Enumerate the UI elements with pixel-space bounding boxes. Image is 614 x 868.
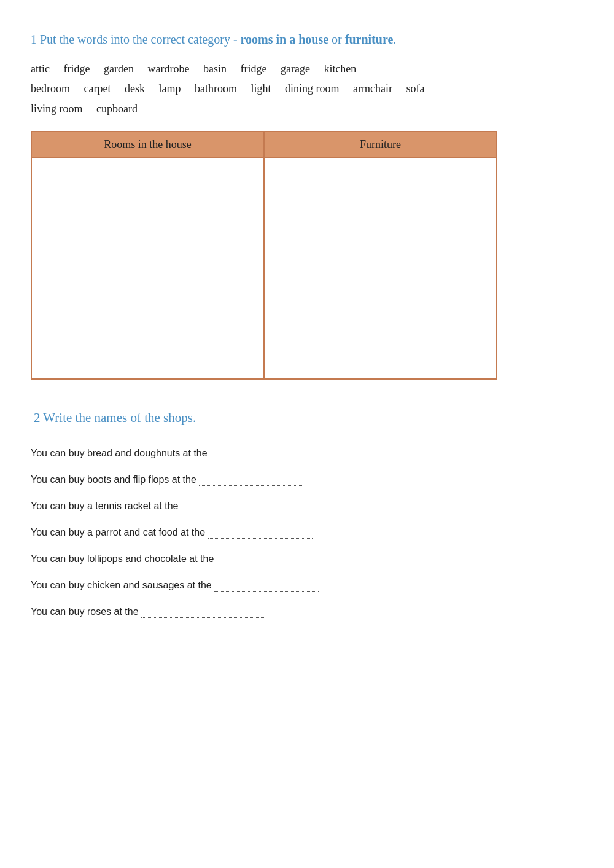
list-item: You can buy a parrot and cat food at the [31,523,583,540]
list-item: You can buy boots and flip flops at the [31,471,583,487]
title-end: . [393,33,396,46]
answer-line-3[interactable] [181,497,267,512]
word-bathroom: bathroom [195,82,237,95]
sentence-4: You can buy a parrot and cat food at the [31,527,205,538]
col-rooms-header: Rooms in the house [31,131,264,158]
word-wardrobe: wardrobe [147,63,189,75]
word-bank: attic fridge garden wardrobe basin fridg… [31,59,583,119]
word-carpet: carpet [84,82,111,95]
col-furniture-header: Furniture [264,131,497,158]
word-fridge2: fridge [240,63,266,75]
sentence-3: You can buy a tennis racket at the [31,501,178,511]
word-sofa: sofa [406,82,424,95]
title-bold2: furniture [345,33,394,46]
word-fridge1: fridge [63,63,90,75]
section-2: 2 Write the names of the shops. You can … [31,410,583,619]
table-row [31,158,497,379]
word-garden: garden [104,63,134,75]
word-light: light [251,82,271,95]
word-lamp: lamp [158,82,181,95]
rooms-cell[interactable] [31,158,264,379]
sentence-2: You can buy boots and flip flops at the [31,474,196,485]
sentence-5: You can buy lollipops and chocolate at t… [31,553,214,564]
answer-line-1[interactable] [210,444,314,459]
word-cupboard: cupboard [96,103,138,115]
word-bedroom: bedroom [31,82,70,95]
sentence-6: You can buy chicken and sausages at the [31,580,212,590]
category-table: Rooms in the house Furniture [31,131,497,380]
word-kitchen: kitchen [324,63,356,75]
word-armchair: armchair [353,82,392,95]
list-item: You can buy a tennis racket at the [31,497,583,514]
word-dining-room: dining room [285,82,340,95]
answer-line-6[interactable] [214,576,319,592]
sentence-1: You can buy bread and doughnuts at the [31,448,208,458]
word-garage: garage [281,63,310,75]
list-item: You can buy bread and doughnuts at the [31,444,583,461]
answer-line-4[interactable] [208,523,313,539]
title-bold1: rooms in a house [241,33,329,46]
word-living-room: living room [31,103,83,115]
answer-line-7[interactable] [141,603,264,618]
title-mid: or [328,33,345,46]
answer-line-5[interactable] [217,550,303,565]
section-1: 1 Put the words into the correct categor… [31,31,583,380]
word-attic: attic [31,63,50,75]
list-item: You can buy lollipops and chocolate at t… [31,550,583,566]
title-plain: 1 Put the words into the correct categor… [31,33,241,46]
sentence-7: You can buy roses at the [31,606,139,617]
list-item: You can buy roses at the [31,603,583,619]
section-1-title: 1 Put the words into the correct categor… [31,31,583,48]
list-item: You can buy chicken and sausages at the [31,576,583,593]
word-basin: basin [203,63,227,75]
shop-sentences-list: You can buy bread and doughnuts at the Y… [31,444,583,619]
answer-line-2[interactable] [199,471,303,486]
section-2-title: 2 Write the names of the shops. [31,410,583,426]
word-desk: desk [125,82,145,95]
furniture-cell[interactable] [264,158,497,379]
